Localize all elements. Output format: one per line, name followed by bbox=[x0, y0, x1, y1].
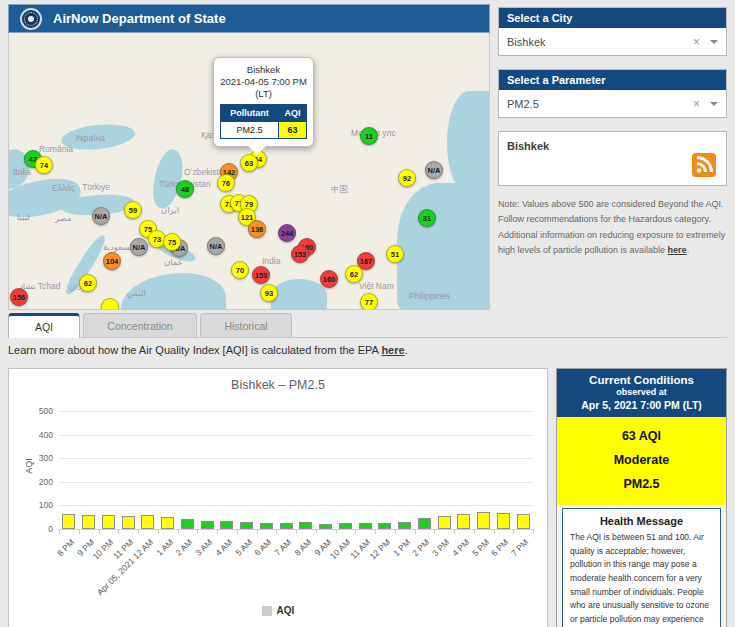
health-message-title: Health Message bbox=[570, 515, 713, 527]
aqi-map-marker[interactable]: N/A bbox=[130, 238, 148, 256]
x-axis-tick bbox=[118, 529, 119, 534]
aqi-map-marker[interactable]: 153 bbox=[252, 266, 270, 284]
x-axis-tick bbox=[415, 529, 416, 534]
chart-gridline bbox=[59, 482, 533, 483]
aqi-map-marker[interactable]: 92 bbox=[398, 169, 416, 187]
x-axis-tick bbox=[79, 529, 80, 534]
y-axis-tick-label: 100 bbox=[15, 500, 53, 510]
health-message-text: The AQI is between 51 and 100. Air quali… bbox=[570, 531, 713, 627]
app-title: AirNow Department of State bbox=[53, 11, 226, 26]
aqi-world-map[interactable]: УкраїнаRomâniaItaliaΕλλάςTürkiyeليبيامصر… bbox=[8, 33, 490, 310]
aqi-map-marker[interactable]: 244 bbox=[278, 224, 296, 242]
x-axis-tick bbox=[513, 529, 514, 534]
chevron-down-icon[interactable] bbox=[710, 40, 718, 48]
map-place-label: Türkiye bbox=[82, 182, 110, 192]
aqi-map-marker[interactable]: N/A bbox=[207, 237, 225, 255]
x-axis-tick bbox=[316, 529, 317, 534]
clear-city-icon[interactable]: × bbox=[693, 36, 700, 48]
popup-datetime: 2021-04-05 7:00 PM (LT) bbox=[220, 76, 307, 100]
aqi-bar bbox=[280, 523, 293, 529]
observed-datetime: Apr 5, 2021 7:00 PM (LT) bbox=[561, 399, 722, 411]
learn-more-text: Learn more about how the Air Quality Ind… bbox=[8, 344, 408, 356]
aqi-map-marker[interactable]: 74 bbox=[35, 156, 53, 174]
x-axis-tick bbox=[474, 529, 475, 534]
city-select-value: Bishkek bbox=[507, 36, 693, 48]
chart-plot-area: 01002003004005008 PM9 PM10 PM11 PMApr 05… bbox=[59, 411, 533, 529]
map-station-popup: Bishkek 2021-04-05 7:00 PM (LT) Pollutan… bbox=[213, 57, 314, 147]
right-sidebar: Select a City Bishkek × Select a Paramet… bbox=[498, 7, 727, 258]
current-conditions-panel: Current Conditions observed at Apr 5, 20… bbox=[556, 368, 727, 627]
aqi-map-marker[interactable]: 153 bbox=[291, 245, 309, 263]
page: AirNow Department of State УкраїнаRomâni… bbox=[0, 0, 735, 627]
x-axis-tick bbox=[99, 529, 100, 534]
aqi-map-marker[interactable]: 76 bbox=[217, 174, 235, 192]
aqi-map-marker[interactable]: 63 bbox=[240, 154, 258, 172]
y-axis-tick-label: 0 bbox=[15, 524, 53, 534]
aqi-map-marker[interactable]: 93 bbox=[260, 284, 278, 302]
tab-aqi[interactable]: AQI bbox=[8, 313, 80, 338]
aqi-map-marker[interactable]: 59 bbox=[124, 201, 142, 219]
aqi-map-marker[interactable] bbox=[101, 298, 119, 310]
epa-here-link[interactable]: here bbox=[381, 344, 404, 356]
aqi-map-marker[interactable]: 70 bbox=[231, 261, 249, 279]
x-axis-tick bbox=[257, 529, 258, 534]
aqi-map-marker[interactable]: 31 bbox=[418, 209, 436, 227]
map-place-label: India bbox=[262, 256, 280, 266]
city-select[interactable]: Bishkek × bbox=[499, 28, 726, 55]
chevron-down-icon[interactable] bbox=[710, 102, 718, 110]
map-place-label: عمان bbox=[164, 257, 183, 267]
aqi-bar bbox=[240, 522, 253, 529]
note-text: Note: Values above 500 are considered Be… bbox=[498, 199, 725, 255]
observed-at-label: observed at bbox=[561, 387, 722, 397]
rss-icon[interactable] bbox=[691, 153, 717, 177]
x-axis-tick bbox=[533, 529, 534, 534]
aqi-map-marker[interactable]: 156 bbox=[10, 288, 28, 306]
x-axis-tick bbox=[197, 529, 198, 534]
clear-parameter-icon[interactable]: × bbox=[693, 98, 700, 110]
y-axis-tick-label: 500 bbox=[15, 406, 53, 416]
aqi-bar bbox=[82, 515, 95, 529]
chart-gridline bbox=[59, 458, 533, 459]
current-conditions-title: Current Conditions bbox=[561, 374, 722, 386]
aqi-bar bbox=[517, 514, 530, 529]
aqi-map-marker[interactable]: N/A bbox=[92, 207, 110, 225]
chart-legend[interactable]: AQI bbox=[9, 605, 547, 616]
tabs-bar: AQI Concentration Historical bbox=[8, 313, 727, 338]
aqi-bar bbox=[477, 512, 490, 529]
chart-gridline bbox=[59, 505, 533, 506]
aqi-map-marker[interactable]: 160 bbox=[320, 270, 338, 288]
x-axis-tick bbox=[296, 529, 297, 534]
popup-col-pollutant: Pollutant bbox=[221, 104, 279, 121]
current-aqi-parameter: PM2.5 bbox=[561, 473, 722, 497]
here-link[interactable]: here bbox=[668, 245, 687, 255]
x-axis-tick bbox=[276, 529, 277, 534]
chart-gridline bbox=[59, 435, 533, 436]
map-place-label: Italia bbox=[13, 167, 31, 177]
current-aqi-category: Moderate bbox=[561, 449, 722, 473]
aqi-map-marker[interactable]: 51 bbox=[386, 245, 404, 263]
legend-label: AQI bbox=[277, 605, 295, 616]
aqi-map-marker[interactable]: 77 bbox=[360, 293, 378, 310]
aqi-map-marker[interactable]: N/A bbox=[425, 161, 443, 179]
aqi-map-marker[interactable]: 11 bbox=[360, 127, 378, 145]
map-place-label: Việt Nam bbox=[359, 281, 394, 291]
aqi-bar bbox=[299, 522, 312, 529]
aqi-map-marker[interactable]: 62 bbox=[345, 265, 363, 283]
map-place-label: مصر bbox=[55, 213, 72, 223]
aqi-bar bbox=[201, 521, 214, 529]
tab-concentration[interactable]: Concentration bbox=[83, 313, 197, 337]
aqi-map-marker[interactable]: 104 bbox=[103, 252, 121, 270]
aqi-map-marker[interactable]: 136 bbox=[248, 220, 266, 238]
aqi-chart-panel: Bishkek – PM2.5 AQI 01002003004005008 PM… bbox=[8, 368, 548, 627]
aqi-map-marker[interactable]: 75 bbox=[163, 233, 181, 251]
y-axis-tick-label: 400 bbox=[15, 430, 53, 440]
parameter-select[interactable]: PM2.5 × bbox=[499, 90, 726, 117]
aqi-map-marker[interactable]: 62 bbox=[79, 274, 97, 292]
aqi-bar bbox=[122, 516, 135, 529]
tab-historical[interactable]: Historical bbox=[200, 313, 292, 337]
map-place-label: Ελλάς bbox=[52, 183, 75, 193]
x-axis-tick bbox=[355, 529, 356, 534]
x-axis-tick bbox=[375, 529, 376, 534]
aqi-map-marker[interactable]: 48 bbox=[176, 180, 194, 198]
aqi-bar bbox=[378, 523, 391, 529]
